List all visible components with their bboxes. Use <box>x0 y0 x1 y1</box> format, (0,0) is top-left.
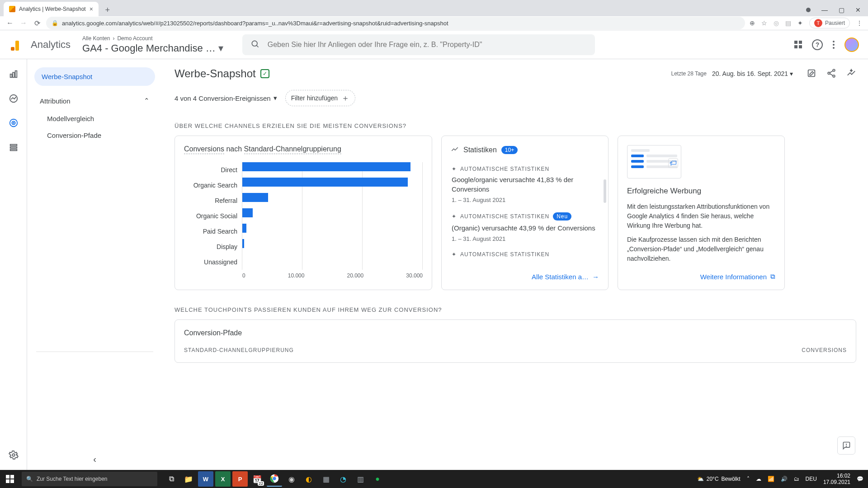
tray-chevron-icon[interactable]: ˄ <box>747 476 750 482</box>
insight-item[interactable]: ✦AUTOMATISCHE STATISTIKEN Google/organic… <box>451 161 599 208</box>
bar-value[interactable] <box>242 178 408 187</box>
chart-title: Conversions nach Standard-Channelgruppie… <box>184 145 423 153</box>
account-indicator-icon[interactable] <box>806 8 811 12</box>
share-icon[interactable] <box>826 68 836 80</box>
bookmark-icon[interactable]: ☆ <box>761 19 767 27</box>
plus-icon: ＋ <box>341 94 349 102</box>
app-generic-icon[interactable]: ◐ <box>301 471 316 487</box>
bar-row: Display <box>184 239 423 254</box>
svg-line-18 <box>830 73 833 75</box>
browser-tab[interactable]: Analytics | Werbe-Snapshot × <box>4 2 99 16</box>
promo-text-1: Mit den leistungsstarken Attributionsfun… <box>627 202 775 230</box>
spotify-icon[interactable]: ● <box>370 471 385 487</box>
powerpoint-icon[interactable]: P <box>232 471 248 487</box>
taskbar-search[interactable]: 🔍 Zur Suche Text hier eingeben <box>22 472 157 486</box>
file-explorer-icon[interactable]: 📁 <box>181 471 196 487</box>
profile-state: Pausiert <box>825 20 845 26</box>
bar-label: Direct <box>184 166 242 174</box>
obs-icon[interactable]: ◉ <box>284 471 299 487</box>
rail-explore-icon[interactable] <box>8 93 19 104</box>
window-close-icon[interactable]: ✕ <box>855 6 861 14</box>
back-icon[interactable]: ← <box>5 19 14 28</box>
bar-label: Display <box>184 243 242 250</box>
extensions-icon[interactable]: ✦ <box>797 19 803 27</box>
profile-badge[interactable]: T Pausiert <box>809 18 850 28</box>
rail-admin-icon[interactable] <box>8 449 19 461</box>
notifications-icon[interactable]: 💬 <box>857 476 863 482</box>
section-heading-channels: ÜBER WELCHE CHANNELS ERZIELEN SIE DIE ME… <box>175 122 856 129</box>
reload-icon[interactable]: ⟳ <box>33 19 42 28</box>
date-range-picker[interactable]: 20. Aug. bis 16. Sept. 2021 ▾ <box>712 70 793 77</box>
auto-insights-icon: ✦ <box>452 166 457 172</box>
property-selector[interactable]: GA4 - Google Merchandise … ▾ <box>82 42 223 54</box>
tray-cloud-icon[interactable]: ☁ <box>756 476 761 482</box>
tray-wifi-icon[interactable]: 📶 <box>768 476 774 482</box>
reading-list-icon[interactable]: ▤ <box>785 19 791 27</box>
apps-grid-icon[interactable] <box>794 41 802 48</box>
zoom-icon[interactable]: ⊕ <box>750 19 755 27</box>
maximize-icon[interactable]: ▢ <box>839 6 844 14</box>
breadcrumb-all-accounts[interactable]: Alle Konten <box>82 35 110 42</box>
sidebar-group-label: Attribution <box>40 97 71 105</box>
chrome-menu-icon[interactable]: ⋮ <box>856 19 863 27</box>
start-button[interactable] <box>0 470 20 488</box>
bar-label: Referral <box>184 197 242 204</box>
word-icon[interactable]: W <box>198 471 213 487</box>
conversion-events-selector[interactable]: 4 von 4 Conversion-Ereignissen ▾ <box>175 94 277 102</box>
search-input[interactable] <box>268 41 587 49</box>
sidebar-item-conversion-paths[interactable]: Conversion-Pfade <box>33 127 157 144</box>
bar-value[interactable] <box>242 193 268 202</box>
task-view-icon[interactable]: ⧉ <box>164 471 179 487</box>
tray-volume-icon[interactable]: 🔊 <box>781 476 788 482</box>
edge-icon[interactable]: ◔ <box>335 471 351 487</box>
analytics-logo-icon <box>9 38 23 52</box>
close-tab-icon[interactable]: × <box>90 5 93 13</box>
excel-icon[interactable]: X <box>215 471 231 487</box>
insight-item[interactable]: ✦AUTOMATISCHE STATISTIKENNeu (Organic) v… <box>451 208 599 247</box>
minimize-icon[interactable]: — <box>821 6 828 14</box>
bar-row: Referral <box>184 193 423 208</box>
bar-value[interactable] <box>242 224 246 233</box>
insight-title: (Organic) verursachte 43,99 % der Conver… <box>452 223 598 233</box>
insights-icon[interactable] <box>846 68 856 80</box>
taskbar-weather[interactable]: ⛅ 20°C Bewölkt <box>697 476 741 482</box>
notepad-icon[interactable]: ▥ <box>353 471 368 487</box>
profile-avatar-icon: T <box>814 19 822 27</box>
help-icon[interactable]: ? <box>812 39 823 50</box>
tray-language[interactable]: DEU <box>806 476 817 482</box>
rail-configure-icon[interactable] <box>8 141 19 153</box>
rail-advertising-icon[interactable] <box>8 117 19 129</box>
bar-value[interactable] <box>242 239 244 248</box>
section-heading-touchpoints: WELCHE TOUCHPOINTS PASSIEREN KUNDEN AUF … <box>175 306 856 313</box>
feedback-button[interactable] <box>837 436 855 455</box>
verified-icon: ✓ <box>260 69 269 78</box>
auto-insights-icon: ✦ <box>452 251 457 258</box>
app-dark-icon[interactable]: ▦ <box>318 471 334 487</box>
collapse-sidebar-icon[interactable]: ‹ <box>93 454 96 465</box>
customize-dashboard-icon[interactable] <box>807 68 816 80</box>
bar-value[interactable] <box>242 162 410 171</box>
more-menu-icon[interactable] <box>833 41 835 49</box>
taskbar-clock[interactable]: 16:02 17.09.2021 <box>823 473 850 486</box>
sidebar-group-attribution[interactable]: Attribution ⌃ <box>33 91 157 110</box>
promo-more-link[interactable]: Weitere Informationen ⧉ <box>700 268 775 281</box>
sidebar-item-snapshot[interactable]: Werbe-Snapshot <box>34 67 155 86</box>
bar-value[interactable] <box>242 208 253 217</box>
view-all-insights-link[interactable]: Alle Statistiken a… → <box>532 268 599 281</box>
tray-battery-icon[interactable]: 🗂 <box>794 476 799 482</box>
scrollbar-thumb[interactable] <box>604 179 606 203</box>
new-tab-button[interactable]: + <box>101 4 114 16</box>
table-col-conversions: CONVERSIONS <box>802 347 847 353</box>
breadcrumb-account[interactable]: Demo Account <box>117 35 152 42</box>
search-box[interactable] <box>242 34 595 55</box>
cast-icon[interactable]: ◎ <box>774 19 779 27</box>
chrome-icon[interactable] <box>267 471 282 487</box>
add-filter-chip[interactable]: Filter hinzufügen ＋ <box>285 90 356 106</box>
rail-reports-icon[interactable] <box>8 68 19 80</box>
address-bar[interactable]: 🔒 analytics.google.com/analytics/web/#/p… <box>46 17 745 29</box>
calendar-icon[interactable]: 📆22 <box>250 471 265 487</box>
bar-row: Paid Search <box>184 224 423 239</box>
account-avatar[interactable] <box>844 38 859 52</box>
sidebar-item-model-comparison[interactable]: Modellvergleich <box>33 110 157 127</box>
bar-label: Paid Search <box>184 228 242 235</box>
